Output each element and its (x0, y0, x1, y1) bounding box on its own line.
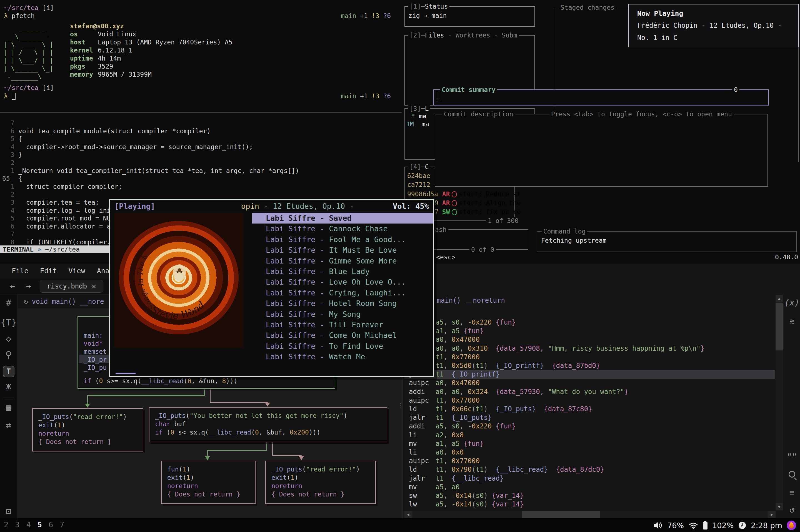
playlist-item[interactable]: Labi Siffre - To Find Love (252, 341, 433, 352)
clock-icon[interactable] (738, 521, 746, 530)
nav-back-icon[interactable]: ← (10, 281, 15, 291)
workspace-3[interactable]: 3 (15, 520, 19, 529)
disasm-row[interactable]: lia0, 0x0 (405, 448, 775, 457)
refresh-icon[interactable]: ↻ (24, 298, 28, 305)
now-playing-notification[interactable]: Now Playing Frédéric Chopin - 12 Etudes,… (628, 4, 799, 47)
history-icon[interactable]: ↺ (784, 505, 800, 514)
disasm-row[interactable]: addia5, s0, -0x220 {fun} (405, 318, 775, 327)
disasm-row[interactable]: swa5, -0x14(s0) {var_14} (405, 492, 775, 500)
volume-icon[interactable] (653, 521, 663, 530)
node-warning[interactable]: _IO_puts("You better not let this get mo… (149, 407, 387, 442)
disasm-row[interactable]: mva1, a5 {fun} (405, 327, 775, 336)
nav-forward-icon[interactable]: → (26, 281, 31, 291)
comments-icon[interactable]: ”” (784, 452, 800, 462)
playlist-item[interactable]: Labi Siffre - Hotel Room Song (252, 298, 433, 309)
disasm-row[interactable]: jalrt1 {_IO_puts} (405, 414, 775, 422)
disasm-row[interactable]: auipca0, 0x47000 (405, 379, 775, 387)
playlist-item[interactable]: Labi Siffre - Come On Michael (252, 330, 433, 341)
playlist-item[interactable]: Labi Siffre - Cannock Chase (252, 224, 433, 234)
stack-icon[interactable]: ≋ (784, 317, 800, 326)
disasm-row[interactable]: auipct1, 0x77000 (405, 353, 775, 362)
menu-file[interactable]: File (12, 267, 28, 275)
vertical-scroll-thumb[interactable] (776, 303, 783, 350)
code-line[interactable]: 2 (0, 191, 402, 199)
code-line[interactable]: 3} (0, 151, 402, 159)
playlist-item[interactable]: Labi Siffre - Crying, Laughi... (252, 288, 433, 298)
disasm-row[interactable]: addia0, a0, 0x324 {data_57930, "What do … (405, 387, 775, 396)
code-line[interactable]: 5{ (0, 135, 402, 143)
terminal-cursor-line[interactable]: λ (4, 92, 16, 100)
workspace-4[interactable]: 4 (26, 520, 31, 529)
menu-edit[interactable]: Edit (40, 267, 57, 275)
commit-row[interactable]: 624bae (407, 172, 438, 179)
log-row-2[interactable]: 1M ma (406, 120, 429, 128)
log-row-1[interactable]: * ma (411, 112, 426, 120)
battery-icon[interactable] (703, 521, 708, 530)
log-icon[interactable]: ≡ (784, 488, 800, 497)
playlist-item[interactable]: Labi Siffre - Love Oh Love O... (252, 277, 433, 287)
commit-row[interactable]: 99086d5a ARstart: Reduce st (407, 190, 521, 198)
cross-refs-icon[interactable]: ⇄ (0, 420, 17, 430)
disasm-row[interactable]: mva1, a5 {fun} (405, 439, 775, 448)
scroll-down-icon[interactable]: ▼ (776, 503, 783, 510)
workspace-2[interactable]: 2 (4, 520, 8, 529)
search-icon[interactable] (784, 470, 800, 479)
workspace-5[interactable]: 5 (37, 520, 42, 529)
types-icon[interactable]: {T} (0, 317, 17, 328)
node-fun-exit[interactable]: fun(1)exit(1)noreturn{ Does not return } (161, 461, 256, 504)
playlist-item[interactable]: Labi Siffre - Saved (252, 213, 433, 224)
disasm-row[interactable]: ldt1, 0x5d0(t1) {_IO_printf} {data_87bd0… (405, 362, 775, 370)
variables-icon[interactable]: (x) (784, 298, 800, 307)
disasm-row[interactable]: jalrt1 {__libc_read} (405, 474, 775, 483)
code-line[interactable]: 4 compiler->root_mod->source_manager = s… (0, 143, 402, 151)
disasm-row[interactable]: lia2, 0x8 (405, 431, 775, 439)
scroll-up-icon[interactable]: ▲ (776, 295, 783, 302)
menu-view[interactable]: View (68, 267, 85, 275)
node-read-error-right[interactable]: _IO_puts("read error!")exit(1)noreturn{ … (265, 461, 376, 504)
scroll-left-icon[interactable]: ◀ (405, 511, 412, 518)
pane-divider-horizontal[interactable] (0, 112, 402, 113)
hash-icon[interactable]: # (0, 298, 17, 308)
code-line[interactable]: 6void tea_compile_module(struct compiler… (0, 128, 402, 135)
commit-row[interactable]: ca7212 (407, 181, 438, 188)
disasm-row[interactable]: mva5, a0 (405, 483, 775, 492)
disasm-row[interactable]: ldt1, 0x66c(t1) {_IO_puts} {data_87c80} (405, 405, 775, 414)
close-icon[interactable]: ✕ (92, 282, 96, 290)
disasm-row[interactable]: lwa5, -0x14(s0) {var_14} (405, 500, 775, 509)
workspace-6[interactable]: 6 (49, 520, 53, 529)
playlist-item[interactable]: Labi Siffre - Fool Me a Good... (252, 234, 433, 245)
code-line[interactable]: 1_Noreturn void tea_compiler_init(struct… (0, 167, 402, 175)
code-line[interactable]: 7 (0, 119, 402, 128)
player-progress-bar[interactable] (115, 373, 135, 374)
code-line[interactable]: 65{ (0, 175, 402, 183)
location-pin-icon[interactable]: ⚲ (0, 349, 17, 360)
bug-icon[interactable]: ж (0, 381, 17, 392)
disasm-row[interactable]: auipct1, 0x77000 (405, 396, 775, 405)
code-line[interactable]: 1 struct compiler compiler; (0, 183, 402, 191)
playlist-item[interactable]: Labi Siffre - Watch Me (252, 352, 433, 362)
console-icon[interactable]: ⊡ (0, 506, 17, 516)
workspace-7[interactable]: 7 (60, 520, 64, 529)
horizontal-scroll-thumb[interactable] (522, 511, 600, 518)
code-line[interactable]: 2 (0, 159, 402, 167)
wifi-icon[interactable] (688, 521, 698, 529)
disasm-row[interactable]: ldt1, 0x790(t1) {__libc_read} {data_87dc… (405, 466, 775, 474)
playlist-item[interactable]: Labi Siffre - Gimme Some More (252, 256, 433, 266)
node-read-error-left[interactable]: _IO_puts("read error!")exit(1)noreturn{ … (32, 408, 143, 452)
disasm-row[interactable]: jalrt1 {_IO_printf} (405, 370, 775, 379)
disasm-row[interactable]: auipca0, 0x47000 (405, 336, 775, 344)
disasm-row[interactable]: addia5, s0, -0x220 {fun} (405, 422, 775, 431)
disasm-row[interactable]: auipct1, 0x77000 (405, 457, 775, 466)
playlist-item[interactable]: Labi Siffre - Till Forever (252, 320, 433, 330)
playlist-item[interactable]: Labi Siffre - My Song (252, 309, 433, 320)
scroll-right-icon[interactable]: ▶ (768, 511, 776, 518)
minimap-icon[interactable]: ▤ (0, 402, 17, 413)
flame-badge-icon[interactable] (787, 520, 796, 530)
disasm-row[interactable]: addia0, a0, 0x310 {data_57908, "Hmm, ris… (405, 344, 775, 353)
playlist-item[interactable]: Labi Siffre - Blue Lady (252, 266, 433, 277)
playlist-item[interactable]: Labi Siffre - It Must Be Love (252, 245, 433, 255)
tag-icon[interactable]: ◇ (0, 333, 17, 344)
commit-description-panel[interactable] (435, 114, 768, 187)
text-tool-icon[interactable]: T (0, 366, 17, 377)
tab-riscy-bndb[interactable]: riscy.bndb✕ (40, 280, 103, 293)
